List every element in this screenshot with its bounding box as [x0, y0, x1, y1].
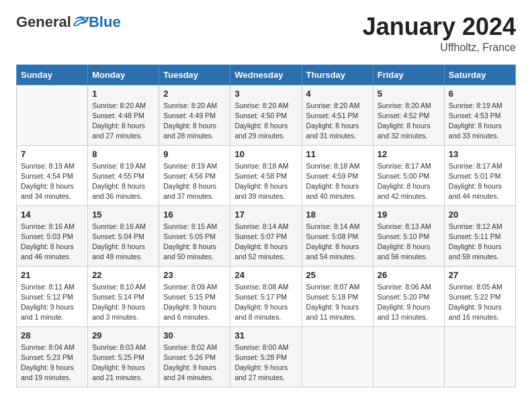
logo: General Blue	[16, 13, 121, 31]
calendar-cell: 2Sunrise: 8:20 AMSunset: 4:49 PMDaylight…	[159, 85, 230, 145]
day-number: 6	[449, 89, 511, 99]
title-block: January 2024 Uffholtz, France	[363, 13, 516, 54]
day-info: Sunrise: 8:08 AMSunset: 5:17 PMDaylight:…	[234, 282, 297, 323]
calendar-cell: 10Sunrise: 8:18 AMSunset: 4:58 PMDayligh…	[230, 145, 302, 205]
day-number: 8	[92, 149, 154, 159]
day-info: Sunrise: 8:13 AMSunset: 5:10 PMDaylight:…	[378, 222, 440, 263]
day-info: Sunrise: 8:18 AMSunset: 4:58 PMDaylight:…	[234, 161, 297, 202]
day-info: Sunrise: 8:04 AMSunset: 5:23 PMDaylight:…	[21, 342, 83, 383]
day-info: Sunrise: 8:09 AMSunset: 5:15 PMDaylight:…	[163, 282, 226, 323]
day-number: 23	[163, 270, 226, 280]
calendar-cell: 28Sunrise: 8:04 AMSunset: 5:23 PMDayligh…	[17, 326, 88, 387]
day-number: 9	[163, 149, 226, 159]
day-number: 11	[306, 149, 369, 159]
day-info: Sunrise: 8:10 AMSunset: 5:14 PMDaylight:…	[92, 282, 154, 323]
day-number: 10	[234, 149, 297, 159]
weekday-header-monday: Monday	[88, 64, 159, 85]
day-info: Sunrise: 8:19 AMSunset: 4:54 PMDaylight:…	[21, 161, 83, 202]
day-number: 19	[378, 210, 440, 220]
weekday-header-wednesday: Wednesday	[230, 64, 302, 85]
calendar-cell: 30Sunrise: 8:02 AMSunset: 5:26 PMDayligh…	[159, 326, 230, 387]
weekday-header-thursday: Thursday	[302, 64, 373, 85]
day-info: Sunrise: 8:17 AMSunset: 5:00 PMDaylight:…	[378, 161, 440, 202]
day-number: 1	[92, 89, 154, 99]
calendar-cell: 29Sunrise: 8:03 AMSunset: 5:25 PMDayligh…	[88, 326, 159, 387]
calendar-header-row: SundayMondayTuesdayWednesdayThursdayFrid…	[17, 64, 516, 85]
day-info: Sunrise: 8:11 AMSunset: 5:12 PMDaylight:…	[21, 282, 83, 323]
day-number: 5	[378, 89, 440, 99]
calendar-cell: 13Sunrise: 8:17 AMSunset: 5:01 PMDayligh…	[444, 145, 515, 205]
month-title: January 2024	[363, 13, 516, 40]
day-number: 30	[163, 330, 226, 340]
logo-general: General	[16, 13, 71, 31]
calendar-cell	[17, 85, 88, 145]
day-info: Sunrise: 8:17 AMSunset: 5:01 PMDaylight:…	[449, 161, 511, 202]
calendar-cell: 6Sunrise: 8:19 AMSunset: 4:53 PMDaylight…	[444, 85, 515, 145]
day-number: 22	[92, 270, 154, 280]
day-info: Sunrise: 8:20 AMSunset: 4:49 PMDaylight:…	[163, 101, 226, 142]
day-info: Sunrise: 8:05 AMSunset: 5:22 PMDaylight:…	[449, 282, 511, 323]
calendar-cell: 23Sunrise: 8:09 AMSunset: 5:15 PMDayligh…	[159, 266, 230, 326]
day-info: Sunrise: 8:19 AMSunset: 4:55 PMDaylight:…	[92, 161, 154, 202]
day-info: Sunrise: 8:20 AMSunset: 4:51 PMDaylight:…	[306, 101, 369, 142]
day-info: Sunrise: 8:14 AMSunset: 5:07 PMDaylight:…	[234, 222, 297, 263]
calendar-cell: 25Sunrise: 8:07 AMSunset: 5:18 PMDayligh…	[302, 266, 373, 326]
calendar-cell	[302, 326, 373, 387]
day-number: 17	[234, 210, 297, 220]
day-number: 12	[378, 149, 440, 159]
logo-bird-icon	[73, 15, 89, 29]
weekday-header-saturday: Saturday	[444, 64, 515, 85]
calendar-cell	[373, 326, 444, 387]
day-info: Sunrise: 8:18 AMSunset: 4:59 PMDaylight:…	[306, 161, 369, 202]
calendar-cell: 14Sunrise: 8:16 AMSunset: 5:03 PMDayligh…	[17, 205, 88, 266]
day-number: 25	[306, 270, 369, 280]
calendar-cell: 24Sunrise: 8:08 AMSunset: 5:17 PMDayligh…	[230, 266, 302, 326]
calendar-cell: 18Sunrise: 8:14 AMSunset: 5:08 PMDayligh…	[302, 205, 373, 266]
calendar-cell: 20Sunrise: 8:12 AMSunset: 5:11 PMDayligh…	[444, 205, 515, 266]
calendar-cell: 17Sunrise: 8:14 AMSunset: 5:07 PMDayligh…	[230, 205, 302, 266]
day-info: Sunrise: 8:20 AMSunset: 4:50 PMDaylight:…	[234, 101, 297, 142]
calendar-cell: 9Sunrise: 8:19 AMSunset: 4:56 PMDaylight…	[159, 145, 230, 205]
weekday-header-friday: Friday	[373, 64, 444, 85]
day-number: 2	[163, 89, 226, 99]
calendar-cell: 16Sunrise: 8:15 AMSunset: 5:05 PMDayligh…	[159, 205, 230, 266]
page-header: General Blue January 2024 Uffholtz, Fran…	[16, 13, 516, 54]
day-number: 4	[306, 89, 369, 99]
calendar-week-row: 28Sunrise: 8:04 AMSunset: 5:23 PMDayligh…	[17, 326, 516, 387]
day-number: 27	[449, 270, 511, 280]
day-info: Sunrise: 8:03 AMSunset: 5:25 PMDaylight:…	[92, 342, 154, 383]
day-info: Sunrise: 8:16 AMSunset: 5:04 PMDaylight:…	[92, 222, 154, 263]
day-info: Sunrise: 8:02 AMSunset: 5:26 PMDaylight:…	[163, 342, 226, 383]
calendar-cell: 27Sunrise: 8:05 AMSunset: 5:22 PMDayligh…	[444, 266, 515, 326]
day-info: Sunrise: 8:00 AMSunset: 5:28 PMDaylight:…	[234, 342, 297, 383]
day-number: 26	[378, 270, 440, 280]
weekday-header-sunday: Sunday	[17, 64, 88, 85]
calendar-cell: 21Sunrise: 8:11 AMSunset: 5:12 PMDayligh…	[17, 266, 88, 326]
location: Uffholtz, France	[363, 42, 516, 54]
calendar-cell: 11Sunrise: 8:18 AMSunset: 4:59 PMDayligh…	[302, 145, 373, 205]
day-number: 7	[21, 149, 83, 159]
day-number: 15	[92, 210, 154, 220]
day-info: Sunrise: 8:06 AMSunset: 5:20 PMDaylight:…	[378, 282, 440, 323]
calendar-cell: 5Sunrise: 8:20 AMSunset: 4:52 PMDaylight…	[373, 85, 444, 145]
calendar-cell: 26Sunrise: 8:06 AMSunset: 5:20 PMDayligh…	[373, 266, 444, 326]
calendar-table: SundayMondayTuesdayWednesdayThursdayFrid…	[16, 64, 516, 387]
day-info: Sunrise: 8:19 AMSunset: 4:53 PMDaylight:…	[449, 101, 511, 142]
day-number: 24	[234, 270, 297, 280]
calendar-week-row: 1Sunrise: 8:20 AMSunset: 4:48 PMDaylight…	[17, 85, 516, 145]
calendar-cell: 12Sunrise: 8:17 AMSunset: 5:00 PMDayligh…	[373, 145, 444, 205]
calendar-cell: 1Sunrise: 8:20 AMSunset: 4:48 PMDaylight…	[88, 85, 159, 145]
day-number: 18	[306, 210, 369, 220]
day-info: Sunrise: 8:07 AMSunset: 5:18 PMDaylight:…	[306, 282, 369, 323]
day-info: Sunrise: 8:16 AMSunset: 5:03 PMDaylight:…	[21, 222, 83, 263]
calendar-cell: 19Sunrise: 8:13 AMSunset: 5:10 PMDayligh…	[373, 205, 444, 266]
calendar-cell: 31Sunrise: 8:00 AMSunset: 5:28 PMDayligh…	[230, 326, 302, 387]
day-info: Sunrise: 8:19 AMSunset: 4:56 PMDaylight:…	[163, 161, 226, 202]
day-number: 21	[21, 270, 83, 280]
day-info: Sunrise: 8:20 AMSunset: 4:48 PMDaylight:…	[92, 101, 154, 142]
calendar-cell: 3Sunrise: 8:20 AMSunset: 4:50 PMDaylight…	[230, 85, 302, 145]
day-info: Sunrise: 8:12 AMSunset: 5:11 PMDaylight:…	[449, 222, 511, 263]
calendar-cell: 4Sunrise: 8:20 AMSunset: 4:51 PMDaylight…	[302, 85, 373, 145]
day-number: 20	[449, 210, 511, 220]
calendar-cell	[444, 326, 515, 387]
